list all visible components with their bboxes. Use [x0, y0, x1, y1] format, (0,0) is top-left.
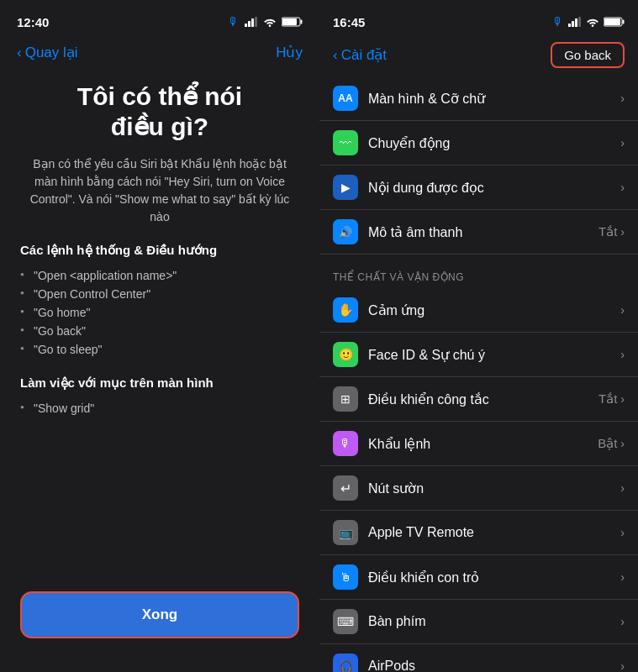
settings-value-cong-tac: Tắt	[598, 391, 617, 407]
right-status-bar: 16:45 🎙	[319, 0, 638, 37]
section2-title: Làm việc với mục trên màn hình	[20, 375, 299, 391]
left-time: 12:40	[17, 15, 49, 29]
cancel-button[interactable]: Hủy	[276, 44, 303, 61]
settings-item-khau-lenh[interactable]: 🎙 Khẩu lệnh Bật ›	[319, 422, 638, 466]
settings-value-khau-lenh: Bật	[598, 436, 617, 451]
svg-rect-1	[248, 21, 250, 27]
back-button[interactable]: ‹ Quay lại	[17, 44, 78, 61]
section1-title: Các lệnh hệ thống & Điều hướng	[20, 243, 299, 258]
left-status-bar: 12:40 🎙	[0, 0, 319, 37]
settings-label-chuyen-dong: Chuyển động	[368, 135, 620, 151]
settings-label-cong-tac: Điều khiển công tắc	[368, 391, 598, 407]
right-signal-icon	[568, 17, 582, 27]
settings-item-chuyen-dong[interactable]: 〰 Chuyển động ›	[319, 121, 638, 165]
svg-rect-2	[251, 18, 254, 27]
settings-label-con-tro: Điều khiển con trỏ	[368, 570, 620, 585]
chevron-icon: ›	[620, 136, 625, 150]
settings-item-nut-suon[interactable]: ↵ Nút sườn ›	[319, 466, 638, 511]
battery-icon	[282, 17, 303, 27]
settings-value-mo-ta: Tắt	[598, 224, 617, 239]
settings-item-apple-tv[interactable]: 📺 Apple TV Remote ›	[319, 511, 638, 555]
svg-rect-3	[255, 17, 257, 27]
chevron-icon: ›	[620, 225, 625, 239]
settings-label-man-hinh: Màn hình & Cỡ chữ	[368, 91, 620, 107]
done-button[interactable]: Xong	[20, 591, 299, 638]
settings-item-con-tro[interactable]: 🖱 Điều khiển con trỏ ›	[319, 555, 638, 600]
settings-label-airpods: AirPods	[368, 659, 620, 672]
list-item: "Go to sleep"	[20, 340, 299, 359]
settings-item-man-hinh[interactable]: AA Màn hình & Cỡ chữ ›	[319, 76, 638, 121]
chevron-icon: ›	[620, 526, 625, 539]
settings-item-cam-ung[interactable]: ✋ Cảm ứng ›	[319, 288, 638, 333]
right-wifi-icon	[586, 17, 599, 27]
left-nav: ‹ Quay lại Hủy	[0, 37, 319, 68]
settings-item-noi-dung[interactable]: ▶ Nội dung được đọc ›	[319, 165, 638, 210]
list-item: "Go home"	[20, 303, 299, 322]
svg-rect-5	[282, 18, 297, 25]
back-chevron-icon: ‹	[17, 45, 22, 61]
chevron-icon: ›	[620, 659, 625, 672]
right-mic-icon: 🎙	[552, 15, 564, 29]
settings-icon-man-hinh: AA	[333, 86, 358, 111]
settings-label-face-id: Face ID & Sự chú ý	[368, 347, 620, 363]
svg-rect-0	[245, 24, 247, 27]
commands-list: "Open <application name>" "Open Control …	[20, 266, 299, 359]
signal-icon	[245, 17, 258, 27]
settings-label-ban-phim: Bàn phím	[368, 614, 620, 629]
chevron-icon: ›	[620, 437, 625, 450]
settings-item-mo-ta[interactable]: 🔊 Mô tả âm thanh Tắt ›	[319, 210, 638, 255]
settings-icon-face-id: 🙂	[333, 342, 358, 367]
chevron-icon: ›	[620, 615, 625, 628]
settings-icon-con-tro: 🖱	[333, 564, 358, 590]
settings-icon-cong-tac: ⊞	[333, 386, 358, 412]
settings-label-mo-ta: Mô tả âm thanh	[368, 224, 598, 240]
settings-label-apple-tv: Apple TV Remote	[368, 525, 620, 540]
settings-item-ban-phim[interactable]: ⌨ Bàn phím ›	[319, 600, 638, 644]
left-title: Tôi có thể nóiđiều gì?	[20, 81, 299, 142]
right-nav: ‹ Cài đặt Go back	[319, 37, 638, 76]
chevron-icon: ›	[620, 303, 625, 317]
settings-icon-mo-ta: 🔊	[333, 219, 358, 244]
right-battery-icon	[604, 17, 625, 27]
settings-item-airpods[interactable]: 🎧 AirPods ›	[319, 644, 638, 672]
chevron-icon: ›	[620, 181, 625, 194]
chevron-icon: ›	[620, 348, 625, 361]
screen-list: "Show grid"	[20, 399, 299, 417]
chevron-icon: ›	[620, 92, 625, 105]
list-item: "Go back"	[20, 322, 299, 340]
left-content: Tôi có thể nóiđiều gì? Bạn có thể yêu cầ…	[0, 68, 319, 578]
list-item: "Open Control Center"	[20, 285, 299, 303]
left-status-icons: 🎙	[228, 15, 303, 29]
chevron-icon: ›	[620, 392, 625, 406]
left-description: Bạn có thể yêu cầu Siri bật Khẩu lệnh ho…	[20, 155, 299, 226]
settings-icon-cam-ung: ✋	[333, 297, 358, 323]
settings-label-cam-ung: Cảm ứng	[368, 302, 620, 318]
svg-rect-6	[301, 20, 303, 24]
settings-item-cong-tac[interactable]: ⊞ Điều khiển công tắc Tắt ›	[319, 377, 638, 422]
settings-list: AA Màn hình & Cỡ chữ › 〰 Chuyển động › ▶…	[319, 76, 638, 672]
svg-rect-13	[623, 20, 625, 24]
svg-rect-12	[604, 18, 620, 25]
right-back-chevron-icon: ‹	[333, 47, 338, 64]
settings-icon-ban-phim: ⌨	[333, 609, 358, 634]
left-bottom: Xong	[0, 578, 319, 672]
settings-icon-noi-dung: ▶	[333, 175, 358, 200]
svg-rect-8	[572, 21, 574, 27]
chevron-icon: ›	[620, 570, 625, 584]
chevron-icon: ›	[620, 481, 625, 495]
settings-label-khau-lenh: Khẩu lệnh	[368, 436, 598, 452]
wifi-icon	[263, 17, 277, 27]
settings-label-nut-suon: Nút sườn	[368, 480, 620, 496]
section-header: THỂ CHẤT VÀ VẬN ĐỘNG	[319, 255, 638, 288]
right-time: 16:45	[333, 15, 365, 29]
settings-icon-chuyen-dong: 〰	[333, 130, 358, 155]
go-back-button[interactable]: Go back	[551, 42, 625, 68]
list-item: "Show grid"	[20, 399, 299, 417]
mic-icon: 🎙	[228, 15, 240, 29]
right-status-icons: 🎙	[552, 15, 625, 29]
right-back-label: Cài đặt	[341, 46, 387, 64]
right-back-button[interactable]: ‹ Cài đặt	[333, 46, 387, 64]
svg-rect-10	[578, 17, 581, 27]
left-panel: 12:40 🎙 ‹ Quay lại Hủy	[0, 0, 319, 672]
settings-item-face-id[interactable]: 🙂 Face ID & Sự chú ý ›	[319, 333, 638, 377]
